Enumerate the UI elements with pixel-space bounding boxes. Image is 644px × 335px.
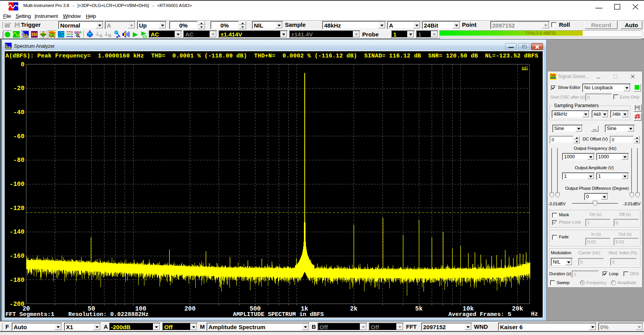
svg-text:A: A	[99, 33, 102, 37]
svg-text:B: B	[108, 33, 111, 37]
svg-text:DUT: DUT	[58, 33, 64, 36]
svg-text:Mi: Mi	[522, 66, 528, 71]
svg-text:888: 888	[31, 32, 37, 38]
